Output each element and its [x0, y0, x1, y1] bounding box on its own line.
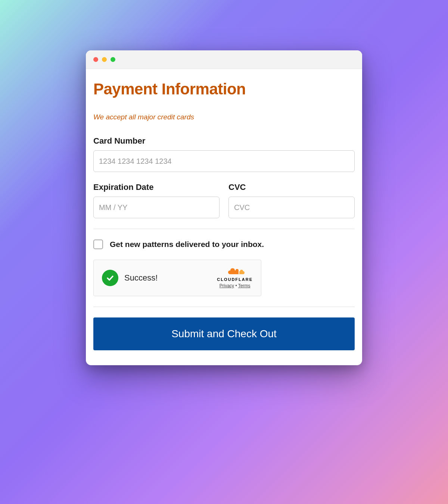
captcha-link-separator: • — [235, 283, 237, 288]
expiration-label: Expiration Date — [93, 182, 220, 192]
cvc-label: CVC — [228, 182, 355, 192]
submit-button[interactable]: Submit and Check Out — [93, 317, 355, 350]
divider — [93, 229, 355, 229]
expiration-input[interactable] — [93, 197, 220, 218]
newsletter-checkbox[interactable] — [93, 240, 103, 249]
page-subtitle: We accept all major credit cards — [93, 113, 355, 121]
captcha-privacy-link[interactable]: Privacy — [220, 283, 234, 288]
card-number-field: Card Number — [93, 136, 355, 172]
close-icon[interactable] — [93, 57, 98, 62]
expiration-field: Expiration Date — [93, 182, 220, 218]
captcha-brand-area: CLOUDFLARE Privacy • Terms — [217, 267, 253, 288]
minimize-icon[interactable] — [102, 57, 107, 62]
expiry-cvc-row: Expiration Date CVC — [93, 182, 355, 218]
captcha-status-text: Success! — [124, 273, 158, 283]
card-number-label: Card Number — [93, 136, 355, 146]
form-content: Payment Information We accept all major … — [86, 69, 362, 365]
cloudflare-brand-text: CLOUDFLARE — [217, 277, 253, 282]
newsletter-label: Get new patterns delivered to your inbox… — [110, 240, 264, 249]
page-title: Payment Information — [93, 80, 355, 98]
window-titlebar — [86, 50, 362, 69]
newsletter-row: Get new patterns delivered to your inbox… — [93, 240, 355, 249]
captcha-status-area: Success! — [102, 270, 158, 286]
captcha-links: Privacy • Terms — [217, 283, 253, 288]
cloudflare-icon — [224, 267, 245, 276]
cloudflare-logo: CLOUDFLARE — [217, 267, 253, 282]
maximize-icon[interactable] — [111, 57, 115, 62]
payment-window: Payment Information We accept all major … — [86, 50, 362, 365]
divider — [93, 307, 355, 307]
card-number-input[interactable] — [93, 150, 355, 172]
checkmark-icon — [102, 270, 118, 286]
cvc-input[interactable] — [228, 197, 355, 218]
captcha-terms-link[interactable]: Terms — [238, 283, 251, 288]
cvc-field: CVC — [228, 182, 355, 218]
captcha-widget: Success! CLOUDFLARE Privacy • Terms — [93, 260, 261, 296]
